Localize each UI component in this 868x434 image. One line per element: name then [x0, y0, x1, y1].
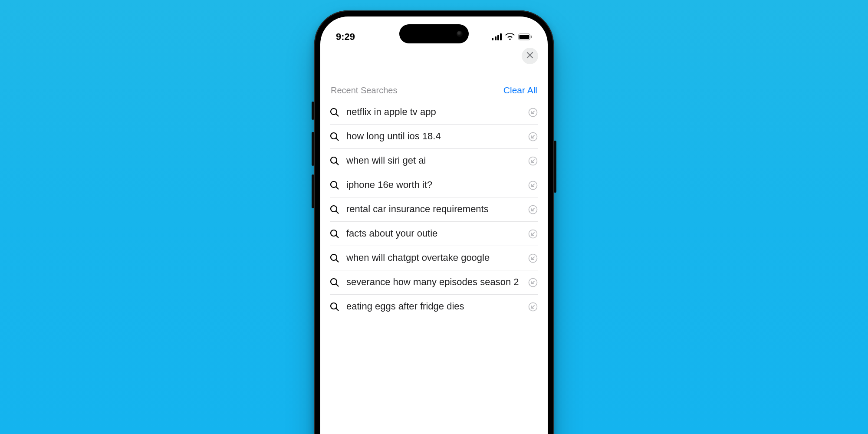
recent-search-row[interactable]: facts about your outie	[330, 221, 538, 246]
recent-search-label: severance how many episodes season 2	[346, 276, 521, 289]
battery-icon	[518, 33, 532, 40]
recent-search-label: netflix in apple tv app	[346, 106, 521, 118]
search-icon	[330, 278, 339, 287]
recent-search-label: facts about your outie	[346, 227, 521, 240]
recent-search-label: eating eggs after fridge dies	[346, 300, 521, 313]
insert-query-icon[interactable]	[528, 107, 538, 118]
search-icon	[330, 229, 339, 239]
recent-search-label: rental car insurance requirements	[346, 203, 521, 216]
search-icon	[330, 156, 339, 166]
insert-query-icon[interactable]	[528, 156, 538, 166]
recent-search-label: when will chatgpt overtake google	[346, 252, 521, 264]
recent-search-row[interactable]: eating eggs after fridge dies	[330, 294, 538, 319]
search-icon	[330, 181, 339, 190]
wifi-icon	[505, 33, 515, 40]
front-camera	[457, 31, 463, 37]
recent-search-row[interactable]: netflix in apple tv app	[330, 100, 538, 124]
insert-query-icon[interactable]	[528, 229, 538, 239]
recent-search-row[interactable]: rental car insurance requirements	[330, 197, 538, 221]
side-button-volume-down	[312, 174, 314, 208]
dynamic-island	[399, 24, 469, 43]
status-time: 9:29	[336, 31, 355, 43]
phone-frame: 9:29	[314, 10, 554, 434]
insert-query-icon[interactable]	[528, 277, 538, 288]
side-button-power	[554, 141, 556, 193]
insert-query-icon[interactable]	[528, 302, 538, 312]
clear-all-button[interactable]: Clear All	[503, 85, 537, 95]
recent-search-row[interactable]: severance how many episodes season 2	[330, 270, 538, 294]
phone-screen: 9:29	[320, 16, 548, 434]
recent-search-row[interactable]: when will siri get ai	[330, 148, 538, 173]
recent-search-row[interactable]: when will chatgpt overtake google	[330, 246, 538, 270]
svg-rect-2	[531, 36, 532, 38]
search-icon	[330, 205, 339, 214]
recent-search-row[interactable]: how long until ios 18.4	[330, 124, 538, 148]
recent-search-label: iphone 16e worth it?	[346, 179, 521, 191]
recent-searches-title: Recent Searches	[331, 85, 397, 95]
close-icon	[526, 52, 533, 60]
insert-query-icon[interactable]	[528, 180, 538, 191]
insert-query-icon[interactable]	[528, 132, 538, 142]
insert-query-icon[interactable]	[528, 204, 538, 215]
side-button-silence	[312, 102, 314, 120]
recent-search-label: when will siri get ai	[346, 155, 521, 167]
search-icon	[330, 302, 339, 312]
search-icon	[330, 108, 339, 117]
side-button-volume-up	[312, 132, 314, 166]
close-button[interactable]	[522, 48, 538, 64]
svg-rect-1	[519, 35, 529, 39]
cellular-icon	[492, 33, 502, 40]
recent-search-label: how long until ios 18.4	[346, 130, 521, 143]
insert-query-icon[interactable]	[528, 253, 538, 263]
recent-searches-list: netflix in apple tv apphow long until io…	[320, 100, 548, 434]
recent-search-row[interactable]: iphone 16e worth it?	[330, 173, 538, 197]
search-icon	[330, 132, 339, 141]
search-icon	[330, 253, 339, 263]
